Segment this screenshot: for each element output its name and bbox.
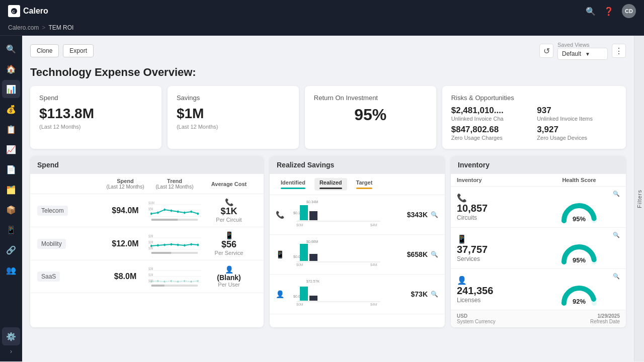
toolbar-left: Clone Export — [30, 44, 94, 57]
svg-point-45 — [191, 281, 192, 283]
toolbar-right: ↺ Saved Views Default ▼ ⋮ — [539, 42, 626, 60]
tab-target-underline — [356, 188, 373, 189]
saved-views-value: Default — [562, 50, 581, 57]
kpi-risks-sub-3: Zero Usage Charges — [451, 135, 531, 141]
nav-right: 🔍 ❓ CD — [586, 4, 636, 18]
filters-label: Filters — [636, 190, 642, 208]
sidebar-item-invoices[interactable]: 📄 — [2, 160, 20, 178]
kpi-savings-label: Savings — [177, 94, 290, 102]
svg-point-30 — [197, 243, 199, 246]
svg-text:$4M: $4M — [370, 263, 377, 266]
more-options-button[interactable]: ⋮ — [612, 44, 626, 58]
kpi-risks-item-4: 3,927 Zero Usage Devices — [537, 125, 617, 141]
inventory-icon-services: 📱 — [457, 234, 538, 244]
filters-panel[interactable]: Filters — [634, 36, 644, 361]
kpi-roi: Return On Investment 95% — [305, 86, 436, 149]
svg-text:$0M: $0M — [296, 223, 303, 227]
refresh-button[interactable]: ↺ — [539, 44, 553, 58]
svg-point-44 — [184, 280, 186, 282]
chevron-down-icon: ▼ — [585, 51, 590, 57]
svg-point-23 — [150, 244, 152, 247]
inventory-icon-circuits: 📞 — [457, 193, 538, 203]
savings-search-saas[interactable]: 🔍 — [431, 291, 439, 298]
svg-point-10 — [171, 209, 172, 212]
svg-point-41 — [164, 281, 166, 283]
kpi-risks-item-1: $2,481,010.... Unlinked Invoice Cha — [451, 106, 531, 122]
inventory-label-circuits: Circuits — [457, 214, 538, 221]
inventory-search-circuits[interactable]: 🔍 — [613, 191, 620, 197]
sidebar-item-inventory[interactable]: 🗂️ — [2, 180, 20, 199]
kpi-risks-item-3: $847,802.68 Zero Usage Charges — [451, 125, 531, 141]
sidebar-bottom: ⚙️ › — [2, 327, 20, 357]
savings-icon-saas: 👤 — [276, 290, 288, 298]
export-button[interactable]: Export — [63, 44, 94, 57]
inventory-icon-licenses: 👤 — [457, 276, 538, 285]
inventory-right-circuits: 🔍 95% — [538, 191, 620, 223]
sidebar-item-settings[interactable]: ⚙️ — [2, 327, 20, 345]
logo-icon: C — [8, 5, 20, 17]
sidebar-item-analytics[interactable]: 📈 — [2, 140, 20, 158]
sidebar-item-mobility[interactable]: 📱 — [2, 221, 20, 239]
breadcrumb: Calero.com > TEM ROI — [0, 22, 644, 36]
svg-rect-59 — [309, 254, 317, 261]
inventory-row-services: 📱 37,757 Services 🔍 95% — [451, 228, 626, 269]
inventory-search-services[interactable]: 🔍 — [613, 232, 620, 238]
inventory-right-services: 🔍 95% — [538, 232, 620, 264]
sidebar-item-users[interactable]: 👥 — [2, 261, 20, 279]
svg-point-27 — [177, 243, 179, 246]
top-nav: C Calero 🔍 ❓ CD — [0, 0, 644, 22]
svg-rect-48 — [151, 285, 165, 287]
sidebar-item-search[interactable]: 🔍 — [2, 40, 20, 58]
gauge-circuits: 95% — [559, 198, 599, 223]
inventory-col-headers: Inventory Health Score — [451, 174, 626, 187]
inventory-refresh-date: 1/29/2025 Refresh Date — [590, 313, 620, 324]
kpi-risks-item-2: 937 Unlinked Invoice Items — [537, 106, 617, 122]
spend-val-saas: $8.0M — [114, 272, 136, 281]
savings-search-telecom[interactable]: 🔍 — [431, 211, 439, 218]
panels-row: Spend Spend (Last 12 Months) Trend (Last… — [30, 156, 626, 327]
sidebar-item-dashboard[interactable]: 📊 — [2, 80, 20, 98]
svg-point-8 — [157, 211, 158, 214]
inventory-search-licenses[interactable]: 🔍 — [613, 273, 620, 280]
spend-val-mobility: $12.0M — [112, 239, 138, 248]
inventory-currency: USD System Currency — [457, 313, 496, 324]
saved-views-dropdown[interactable]: Default ▼ — [557, 48, 608, 60]
sidebar-item-home[interactable]: 🏠 — [2, 60, 20, 78]
inventory-label-services: Services — [457, 255, 538, 262]
kpi-row: Spend $113.8M (Last 12 Months) Savings $… — [30, 86, 626, 149]
app-name: Calero — [23, 7, 48, 16]
tab-realized[interactable]: Realized — [314, 178, 347, 191]
tab-target-label: Target — [356, 179, 373, 186]
kpi-savings-value: $1M — [177, 106, 290, 122]
savings-search-mobility[interactable]: 🔍 — [431, 251, 439, 258]
svg-text:$4M: $4M — [370, 303, 377, 306]
svg-text:$72.57K: $72.57K — [306, 280, 319, 283]
toolbar: Clone Export ↺ Saved Views Default ▼ ⋮ — [30, 42, 626, 60]
sidebar-collapse[interactable]: › — [2, 345, 20, 357]
user-avatar[interactable]: CD — [622, 4, 636, 18]
savings-icon-telecom: 📞 — [276, 211, 288, 219]
kpi-risks-grid: $2,481,010.... Unlinked Invoice Cha 937 … — [451, 106, 617, 141]
main-content: Clone Export ↺ Saved Views Default ▼ ⋮ T… — [22, 36, 634, 361]
tab-identified[interactable]: Identified — [276, 178, 310, 191]
savings-chart-telecom: $0.34M $0.14M $0M $4M — [291, 199, 384, 230]
clone-button[interactable]: Clone — [30, 44, 59, 57]
tab-target[interactable]: Target — [351, 178, 378, 191]
sidebar-item-spend[interactable]: 💰 — [2, 100, 20, 118]
svg-text:95%: 95% — [573, 215, 586, 223]
search-icon[interactable]: 🔍 — [586, 7, 596, 16]
avg-cost-saas: 👤 (Blank) Per User — [201, 265, 257, 288]
sidebar-item-integrations[interactable]: 🔗 — [2, 241, 20, 259]
help-icon[interactable]: ❓ — [604, 7, 614, 16]
breadcrumb-root[interactable]: Calero.com — [8, 24, 39, 31]
sidebar-item-reports[interactable]: 📋 — [2, 120, 20, 138]
svg-point-12 — [184, 211, 185, 214]
savings-row-mobility: 📱 $0.66M $0.06M $0M $4M $65 — [270, 235, 445, 275]
saved-views-label: Saved Views — [557, 42, 589, 48]
svg-point-24 — [157, 244, 158, 246]
svg-point-9 — [164, 208, 165, 211]
sidebar-item-assets[interactable]: 📦 — [2, 201, 20, 219]
svg-rect-51 — [300, 205, 308, 220]
spend-label-telecom: Telecom — [37, 206, 68, 216]
svg-rect-58 — [300, 244, 308, 261]
